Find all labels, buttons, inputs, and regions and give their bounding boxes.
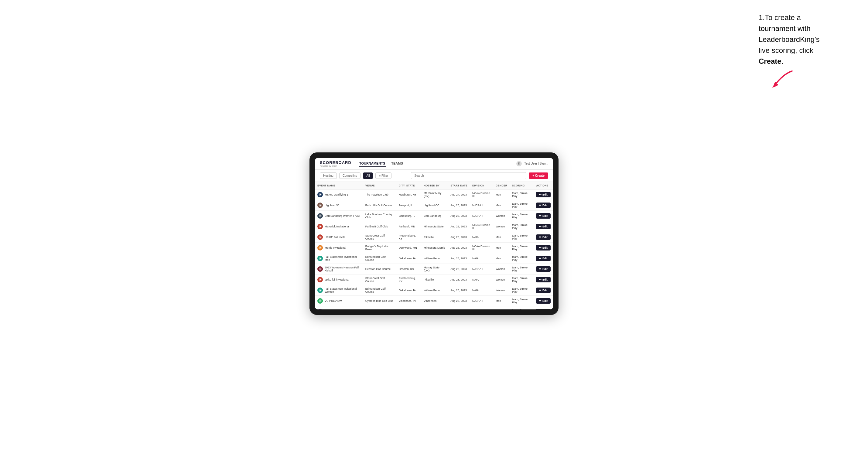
event-name: Highland 36 bbox=[325, 204, 339, 207]
create-button[interactable]: + Create bbox=[529, 173, 548, 179]
event-name-cell: ⚑ 2023 Women's Hesston Fall Kickoff bbox=[315, 263, 363, 274]
svg-text:⚑: ⚑ bbox=[319, 268, 321, 270]
col-city-state: CITY, STATE bbox=[396, 182, 422, 189]
table-header-row: EVENT NAME VENUE CITY, STATE HOSTED BY S… bbox=[315, 182, 553, 189]
venue: Edmundson Golf Course bbox=[363, 285, 396, 295]
actions-cell: ✏ Edit bbox=[534, 221, 553, 232]
start-date: Aug 28, 2023 bbox=[448, 242, 470, 253]
user-label: Test User | Sign... bbox=[524, 162, 548, 165]
edit-button[interactable]: ✏ Edit bbox=[536, 245, 551, 250]
annotation: 1.To create a tournament with Leaderboar… bbox=[759, 12, 856, 92]
gender: Men bbox=[493, 200, 509, 211]
tab-tournaments[interactable]: TOURNAMENTS bbox=[359, 160, 386, 167]
actions-cell: ✏ Edit bbox=[534, 242, 553, 253]
scoring: team, Stroke Play bbox=[509, 263, 534, 274]
actions-cell: ✏ Edit bbox=[534, 232, 553, 242]
search-input[interactable] bbox=[411, 172, 526, 179]
search-box bbox=[411, 172, 526, 179]
event-name: MSMC Qualifying 1 bbox=[325, 193, 348, 196]
svg-text:⚑: ⚑ bbox=[319, 247, 321, 249]
app-header: SCOREBOARD Powered by clippr TOURNAMENTS… bbox=[315, 158, 553, 170]
edit-button[interactable]: ✏ Edit bbox=[536, 224, 551, 229]
gender: Women bbox=[493, 263, 509, 274]
edit-button[interactable]: ✏ Edit bbox=[536, 192, 551, 197]
gender: Men bbox=[493, 232, 509, 242]
col-event-name: EVENT NAME bbox=[315, 182, 363, 189]
table-row: ⚑ 2023 Women's Hesston Fall Kickoff Hess… bbox=[315, 263, 553, 274]
event-name: Maverick Invitational bbox=[325, 225, 349, 228]
scoring: team, Stroke Play bbox=[509, 242, 534, 253]
division: NJCAA I bbox=[470, 211, 493, 221]
logo-sub: Powered by clippr bbox=[320, 165, 351, 167]
edit-button[interactable]: ✏ Edit bbox=[536, 266, 551, 272]
scoring: team, Stroke Play bbox=[509, 253, 534, 263]
hosted-by: Mt. Saint Mary (NY) bbox=[421, 189, 448, 200]
annotation-text: 1.To create a tournament with Leaderboar… bbox=[759, 13, 820, 65]
logo-text: SCOREBOARD bbox=[320, 160, 351, 165]
event-name-cell: ⚑ Maverick Invitational bbox=[315, 221, 363, 232]
edit-button[interactable]: ✏ Edit bbox=[536, 213, 551, 219]
actions-cell: ✏ Edit bbox=[534, 253, 553, 263]
edit-button[interactable]: ✏ Edit bbox=[536, 277, 551, 282]
gender: Men bbox=[493, 189, 509, 200]
venue: Hesston Golf Course bbox=[363, 263, 396, 274]
actions-cell: ✏ Edit bbox=[534, 211, 553, 221]
arrow-icon bbox=[759, 68, 795, 92]
start-date: Aug 24, 2023 bbox=[448, 189, 470, 200]
table-row: ⚑ MSMC Qualifying 1 The Powelton ClubNew… bbox=[315, 189, 553, 200]
venue: Lake Bracken Country Club bbox=[363, 211, 396, 221]
filter-competing[interactable]: Competing bbox=[339, 173, 361, 179]
start-date: Aug 28, 2023 bbox=[448, 263, 470, 274]
venue: StoneCrest Golf Course bbox=[363, 274, 396, 285]
hosted-by: William Penn bbox=[421, 285, 448, 295]
tab-teams[interactable]: TEAMS bbox=[391, 160, 404, 167]
division: NCAA Division II bbox=[470, 221, 493, 232]
event-name-cell: ⚑ Morris Invitational bbox=[315, 242, 363, 253]
venue: Ruttger's Bay Lake Resort bbox=[363, 242, 396, 253]
edit-button[interactable]: ✏ Edit bbox=[536, 298, 551, 304]
settings-icon[interactable]: ⚙ bbox=[516, 161, 522, 166]
gender: Women bbox=[493, 211, 509, 221]
event-name-cell: ⚑ upike fall invitational bbox=[315, 274, 363, 285]
edit-button[interactable]: ✏ Edit bbox=[536, 287, 551, 293]
table-row: ⚑ Klash at Kokopelli Kokopelli Golf Club… bbox=[315, 306, 553, 309]
create-cta-text: Create bbox=[759, 57, 781, 65]
col-division: DIVISION bbox=[470, 182, 493, 189]
table-row: ⚑ Carl Sandburg Women FA23 Lake Bracken … bbox=[315, 211, 553, 221]
filter-button[interactable]: ≡ Filter bbox=[375, 173, 392, 179]
table-container: EVENT NAME VENUE CITY, STATE HOSTED BY S… bbox=[315, 182, 553, 309]
city-state: Galesburg, IL bbox=[396, 211, 422, 221]
gender: Men bbox=[493, 295, 509, 306]
start-date: Aug 28, 2023 bbox=[448, 306, 470, 309]
edit-button[interactable]: ✏ Edit bbox=[536, 203, 551, 208]
division: NAIA bbox=[470, 274, 493, 285]
event-name-cell: ⚑ Fall Statesmen Invitational - Women bbox=[315, 285, 363, 295]
actions-cell: ✏ Edit bbox=[534, 306, 553, 309]
start-date: Aug 25, 2023 bbox=[448, 200, 470, 211]
filter-icon: ≡ bbox=[379, 174, 380, 177]
hosted-by: Murray State (OK) bbox=[421, 263, 448, 274]
city-state: Vincennes, IN bbox=[396, 295, 422, 306]
filter-all[interactable]: All bbox=[363, 173, 373, 179]
hosted-by: Vincennes bbox=[421, 295, 448, 306]
city-state: Oskaloosa, IA bbox=[396, 285, 422, 295]
event-name: Fall Statesmen Invitational - Women bbox=[325, 287, 361, 293]
table-row: ⚑ Fall Statesmen Invitational - Men Edmu… bbox=[315, 253, 553, 263]
start-date: Aug 28, 2023 bbox=[448, 221, 470, 232]
edit-button[interactable]: ✏ Edit bbox=[536, 235, 551, 240]
col-gender: GENDER bbox=[493, 182, 509, 189]
team-icon: ⚑ bbox=[317, 203, 323, 208]
filter-hosting[interactable]: Hosting bbox=[320, 173, 337, 179]
edit-button[interactable]: ✏ Edit bbox=[536, 309, 551, 309]
start-date: Aug 26, 2023 bbox=[448, 211, 470, 221]
scoring: team, Stroke Play bbox=[509, 285, 534, 295]
event-name: upike fall invitational bbox=[325, 278, 349, 281]
city-state: Newburgh, NY bbox=[396, 189, 422, 200]
col-hosted-by: HOSTED BY bbox=[421, 182, 448, 189]
edit-button[interactable]: ✏ Edit bbox=[536, 256, 551, 261]
tournaments-table: EVENT NAME VENUE CITY, STATE HOSTED BY S… bbox=[315, 182, 553, 309]
team-icon: ⚑ bbox=[317, 277, 323, 282]
start-date: Aug 28, 2023 bbox=[448, 253, 470, 263]
scoring: team, Stroke Play bbox=[509, 306, 534, 309]
col-scoring: SCORING bbox=[509, 182, 534, 189]
